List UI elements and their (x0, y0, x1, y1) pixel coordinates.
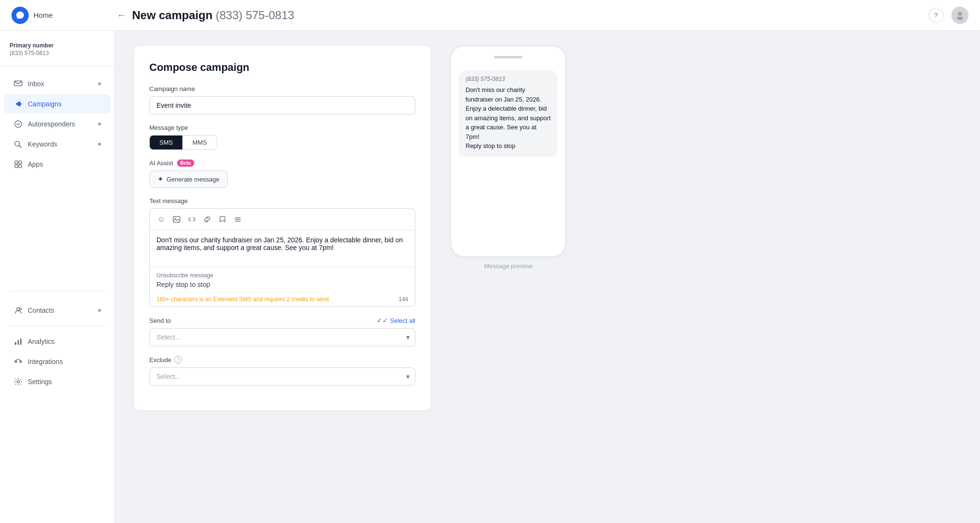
sidebar-bottom: Contacts Analytics (0, 297, 114, 512)
campaigns-icon (13, 99, 23, 109)
message-preview-label: Message preview (484, 262, 532, 270)
text-message-footer: 160+ characters is an Extended SMS and r… (150, 293, 415, 307)
svg-rect-18 (235, 219, 241, 220)
exclude-row: Exclude ? (149, 356, 415, 364)
exclude-help-icon[interactable]: ? (174, 356, 182, 364)
sidebar-keywords-label: Keywords (28, 140, 57, 148)
sidebar-contacts-label: Contacts (28, 307, 54, 314)
message-body-input[interactable]: Don't miss our charity fundraiser on Jan… (150, 230, 415, 265)
sidebar-campaigns-label: Campaigns (28, 100, 62, 108)
exclude-group: Exclude ? Select... ▾ (149, 356, 415, 386)
svg-point-0 (958, 12, 962, 16)
text-message-toolbar: ☺ (150, 209, 415, 230)
image-icon[interactable] (170, 213, 183, 226)
topbar-left: Home (11, 7, 117, 24)
sidebar-keywords-dot (98, 143, 101, 146)
sidebar-item-inbox[interactable]: Inbox (4, 74, 111, 93)
list-icon[interactable] (231, 213, 245, 226)
ai-assist-label: AI Assist (149, 159, 173, 167)
avatar[interactable] (951, 7, 969, 24)
primary-number-phone: (833) 575-0813 (10, 50, 107, 57)
page-title-phone: (833) 575-0813 (216, 9, 294, 22)
svg-point-14 (17, 381, 20, 383)
mms-button[interactable]: MMS (183, 136, 216, 149)
sidebar-item-settings[interactable]: Settings (4, 372, 111, 391)
svg-rect-6 (19, 165, 22, 168)
code-icon[interactable] (185, 213, 199, 226)
help-button[interactable]: ? (928, 8, 944, 23)
sidebar-primary: Primary number (833) 575-0813 (0, 42, 114, 67)
message-type-label: Message type (149, 124, 415, 131)
svg-point-8 (20, 308, 22, 310)
sidebar-item-apps[interactable]: Apps (4, 155, 111, 174)
integrations-icon (13, 357, 23, 366)
svg-rect-9 (15, 342, 16, 345)
message-type-group: Message type SMS MMS (149, 124, 415, 150)
generate-message-button[interactable]: ✦ Generate message (149, 171, 228, 188)
unsubscribe-text: Reply stop to stop (156, 281, 408, 288)
phone-mockup: (833) 575-0813 Don't miss our charity fu… (451, 46, 566, 257)
ai-assist-group: AI Assist Beta ✦ Generate message (149, 159, 415, 188)
compose-campaign-panel: Compose campaign Campaign name Message t… (134, 46, 431, 410)
text-message-group: Text message ☺ (149, 197, 415, 307)
topbar-actions: ? (928, 7, 969, 24)
sidebar-item-keywords[interactable]: Keywords (4, 135, 111, 154)
sidebar-inbox-dot (98, 82, 101, 85)
send-to-select[interactable]: Select... (149, 328, 415, 346)
message-type-toggle: SMS MMS (149, 135, 217, 150)
send-to-group: Send to ✓✓ Select all Select... ▾ (149, 317, 415, 346)
svg-rect-17 (235, 217, 241, 218)
sidebar-divider (10, 291, 105, 291)
topbar-title-area: ← New campaign (833) 575-0813 (117, 9, 928, 22)
exclude-select[interactable]: Select... (149, 367, 415, 386)
back-button[interactable]: ← (117, 10, 126, 21)
campaign-name-label: Campaign name (149, 85, 415, 92)
select-all-button[interactable]: ✓✓ Select all (377, 317, 415, 324)
char-count: 144 (399, 296, 408, 303)
svg-point-1 (957, 16, 963, 20)
sidebar-autoresponders-dot (98, 123, 101, 125)
bookmark-icon[interactable] (216, 213, 229, 226)
sidebar-inbox-label: Inbox (28, 80, 44, 88)
phone-notch (494, 56, 523, 58)
svg-rect-19 (235, 221, 241, 222)
keywords-icon (13, 139, 23, 149)
unsubscribe-section: Unsubscribe message Reply stop to stop (150, 267, 415, 293)
svg-rect-10 (18, 340, 19, 345)
campaign-name-group: Campaign name (149, 85, 415, 114)
emoji-icon[interactable]: ☺ (155, 213, 168, 226)
sidebar-item-autoresponders[interactable]: Autoresponders (4, 114, 111, 134)
svg-rect-3 (15, 161, 18, 164)
select-all-check-icon: ✓✓ (377, 317, 388, 324)
sidebar-item-integrations[interactable]: Integrations (4, 352, 111, 371)
topbar: Home ← New campaign (833) 575-0813 ? (0, 0, 980, 31)
svg-point-16 (175, 218, 176, 219)
campaign-name-input[interactable] (149, 96, 415, 114)
page-title: New campaign (833) 575-0813 (132, 9, 294, 22)
exclude-label: Exclude (149, 356, 171, 364)
apps-icon (13, 159, 23, 169)
exclude-select-wrapper: Select... ▾ (149, 367, 415, 386)
logo-icon (11, 7, 29, 24)
ai-beta-badge: Beta (177, 159, 194, 167)
preview-phone-number: (833) 575-0813 (466, 76, 551, 82)
contacts-icon (13, 306, 23, 315)
sidebar-analytics-label: Analytics (28, 338, 55, 345)
main-content: Compose campaign Campaign name Message t… (115, 31, 980, 523)
sidebar-item-contacts[interactable]: Contacts (4, 301, 111, 320)
text-message-area: ☺ (149, 208, 415, 307)
svg-rect-15 (173, 216, 180, 222)
sidebar-autoresponders-label: Autoresponders (28, 120, 75, 128)
compose-title: Compose campaign (149, 61, 415, 74)
sidebar-apps-label: Apps (28, 160, 43, 168)
analytics-icon (13, 337, 23, 346)
inbox-icon (13, 79, 23, 89)
sidebar-item-campaigns[interactable]: Campaigns (4, 94, 111, 114)
settings-icon (13, 377, 23, 387)
sidebar-divider-2 (10, 326, 105, 326)
sidebar-item-analytics[interactable]: Analytics (4, 332, 111, 351)
sms-button[interactable]: SMS (150, 136, 183, 149)
link-icon[interactable] (200, 213, 214, 226)
home-label[interactable]: Home (33, 11, 53, 19)
layout: Primary number (833) 575-0813 Inbox (0, 31, 980, 523)
